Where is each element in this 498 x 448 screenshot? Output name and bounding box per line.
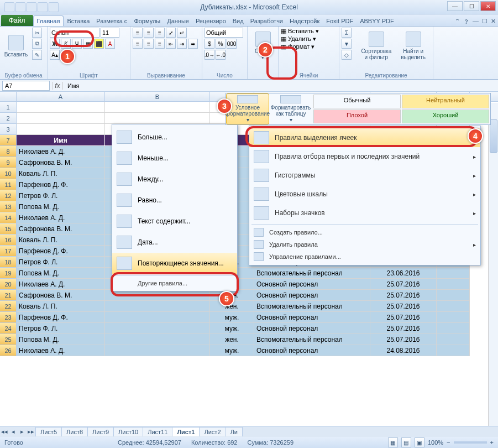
tab-insert[interactable]: Вставка — [64, 16, 93, 26]
sort-filter-button[interactable]: Сортировка и фильтр — [359, 28, 394, 64]
save-icon[interactable] — [15, 2, 25, 12]
zoom-out-icon[interactable]: − — [447, 439, 450, 446]
table-row[interactable]: 22 Коваль Л. П. жен. Вспомогательный пер… — [0, 301, 498, 312]
merge-icon[interactable]: ⬌ — [188, 39, 198, 49]
table-row[interactable]: 19 Попова М. Д. жен. Вспомогательный пер… — [0, 268, 498, 279]
row-header[interactable]: 9 — [0, 157, 17, 168]
rule-less-than[interactable]: Меньше... — [112, 148, 237, 169]
table-row[interactable]: 20 Николаев А. Д. муж. Основной персонал… — [0, 279, 498, 290]
help-icon[interactable]: ？ — [463, 18, 469, 26]
sheet-nav-prev[interactable]: ◂ — [9, 428, 18, 435]
tab-developer[interactable]: Разработчи — [247, 16, 286, 26]
wrap-text-icon[interactable]: ↵ — [177, 28, 187, 38]
rule-more-rules[interactable]: Другие правила... — [112, 278, 237, 289]
percent-icon[interactable]: % — [216, 39, 226, 49]
sheet-tab[interactable]: Лист5 — [35, 427, 62, 436]
cells-insert[interactable]: ▦ Вставить ▾ — [281, 28, 319, 35]
scroll-thumb[interactable] — [490, 119, 497, 153]
table-row[interactable]: 25 Попова М. Д. жен. Вспомогательный пер… — [0, 334, 498, 345]
rule-greater-than[interactable]: Больше... — [112, 127, 237, 148]
table-row[interactable]: 23 Парфенов Д. Ф. муж. Основной персонал… — [0, 312, 498, 323]
row-header[interactable]: 22 — [0, 301, 17, 312]
row-header[interactable]: 21 — [0, 290, 17, 301]
font-size-combo[interactable]: 11 — [101, 28, 119, 38]
fill-color-button[interactable]: ⬛ — [94, 39, 104, 49]
font-color-button[interactable]: A — [105, 39, 115, 49]
row-header[interactable]: 12 — [0, 190, 17, 201]
autosum-icon[interactable]: Σ — [342, 28, 352, 38]
border-button[interactable]: ▦ — [83, 39, 93, 49]
rule-date[interactable]: Дата... — [112, 232, 237, 253]
currency-icon[interactable]: $ — [205, 39, 214, 49]
row-header[interactable]: 18 — [0, 257, 17, 268]
select-all-corner[interactable] — [0, 92, 17, 101]
row-header[interactable]: 26 — [0, 345, 17, 356]
dec-decimal-icon[interactable]: ←.0 — [216, 50, 226, 60]
cf-icon-sets[interactable]: Наборы значков▸ — [249, 204, 480, 222]
row-header[interactable]: 17 — [0, 246, 17, 257]
close-button[interactable]: ✕ — [480, 1, 496, 11]
view-layout-icon[interactable]: ▤ — [401, 437, 411, 447]
row-header[interactable]: 15 — [0, 223, 17, 235]
row-header[interactable]: 7 — [0, 135, 17, 146]
cell-style-bad[interactable]: Плохой — [313, 110, 401, 123]
doc-max-icon[interactable]: ☐ — [482, 18, 487, 26]
row-header[interactable]: 1 — [0, 102, 17, 113]
italic-button[interactable]: К — [61, 39, 71, 49]
sheet-nav-first[interactable]: ◂◂ — [0, 428, 9, 435]
rule-between[interactable]: Между... — [112, 169, 237, 190]
doc-min-icon[interactable]: — — [473, 18, 479, 26]
sheet-nav-last[interactable]: ▸▸ — [27, 428, 35, 435]
sheet-tab[interactable]: Лист1 — [172, 427, 200, 436]
formula-input[interactable]: Имя — [65, 81, 498, 90]
tab-layout[interactable]: Разметка с — [93, 16, 130, 26]
copy-icon[interactable]: ⧉ — [32, 39, 42, 49]
indent-dec-icon[interactable]: ⇤ — [166, 39, 176, 49]
zoom-level[interactable]: 100% — [428, 439, 443, 446]
align-mid-icon[interactable]: ≡ — [144, 28, 154, 38]
cells-format[interactable]: ▦ Формат ▾ — [281, 43, 314, 50]
cell-style-good[interactable]: Хороший — [402, 110, 489, 123]
underline-button[interactable]: Ч — [72, 39, 82, 49]
tab-addins[interactable]: Надстройк — [286, 16, 323, 26]
orientation-icon[interactable]: ⤢ — [166, 28, 176, 38]
tab-home[interactable]: Главная — [33, 15, 64, 26]
inc-decimal-icon[interactable]: .0→ — [205, 50, 214, 60]
sheet-nav-next[interactable]: ▸ — [18, 428, 27, 435]
row-header[interactable]: 19 — [0, 268, 17, 279]
maximize-button[interactable]: ☐ — [464, 1, 479, 11]
rule-equal-to[interactable]: Равно... — [112, 190, 237, 211]
fill-icon[interactable]: ▼ — [342, 39, 352, 49]
find-select-button[interactable]: Найти и выделить — [396, 28, 431, 64]
col-A[interactable]: A — [17, 92, 105, 101]
rule-text-contains[interactable]: Текст содержит... — [112, 211, 237, 232]
sheet-tab[interactable]: Ли — [226, 427, 243, 436]
file-tab[interactable]: Файл — [1, 15, 33, 26]
qat-custom-icon[interactable] — [49, 2, 59, 12]
zoom-slider[interactable] — [454, 441, 487, 444]
rule-duplicate-values[interactable]: Повторяющиеся значения... — [112, 253, 237, 274]
zoom-in-icon[interactable]: + — [490, 439, 494, 446]
cf-top-bottom-rules[interactable]: Правила отбора первых и последних значен… — [249, 147, 480, 166]
cf-new-rule[interactable]: Создать правило... — [249, 226, 480, 238]
sheet-tab[interactable]: Лист10 — [113, 427, 143, 436]
cell-style-normal[interactable]: Обычный — [313, 95, 401, 108]
table-row[interactable]: 21 Сафронова В. М. жен. Основной персона… — [0, 290, 498, 301]
table-row[interactable]: 24 Петров Ф. Л. муж. Основной персонал 2… — [0, 323, 498, 334]
row-header[interactable]: 24 — [0, 323, 17, 334]
row-header[interactable]: 13 — [0, 201, 17, 212]
fx-icon[interactable]: fx — [52, 82, 63, 90]
sheet-tab[interactable]: Лист11 — [143, 427, 172, 436]
tab-formulas[interactable]: Формулы — [130, 16, 164, 26]
indent-inc-icon[interactable]: ⇥ — [177, 39, 187, 49]
paste-button[interactable]: Вставить — [2, 28, 30, 64]
cf-manage-rules[interactable]: Управление правилами... — [249, 251, 480, 263]
align-bot-icon[interactable]: ≡ — [155, 28, 165, 38]
tab-foxit[interactable]: Foxit PDF — [323, 16, 357, 26]
row-header[interactable]: 10 — [0, 168, 17, 179]
align-center-icon[interactable]: ≡ — [144, 39, 154, 49]
tab-abbyy[interactable]: ABBYY PDF — [357, 16, 397, 26]
tab-review[interactable]: Рецензиро — [192, 16, 229, 26]
comma-icon[interactable]: 000 — [227, 39, 237, 49]
sheet-tab[interactable]: Лист8 — [61, 427, 88, 436]
